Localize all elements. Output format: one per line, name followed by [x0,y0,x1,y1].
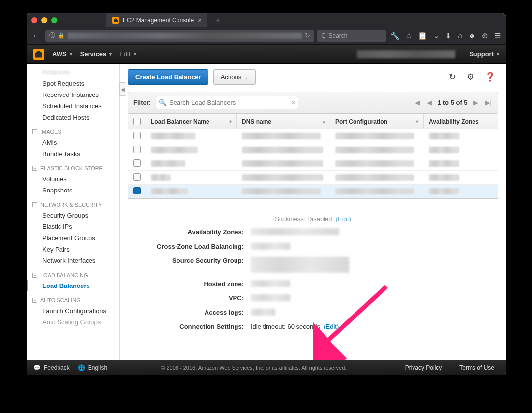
table-row[interactable] [128,143,498,157]
support-menu[interactable]: Support▾ [469,50,499,58]
collapse-icon[interactable]: − [32,273,37,278]
wrench-icon[interactable]: 🔧 [389,32,401,40]
aws-header: AWS▾ Services▾ Edit▾ Support▾ [27,45,506,64]
pager-text: 1 to 5 of 5 [438,99,468,106]
actions-button[interactable]: Actions⌄ [213,69,256,85]
edit-menu[interactable]: Edit▾ [119,50,136,58]
privacy-link[interactable]: Privacy Policy [400,364,447,371]
collapse-icon[interactable]: − [32,298,37,303]
filter-input[interactable] [156,96,298,109]
sidebar-item-scheduled-instances[interactable]: Scheduled Instances [27,100,119,112]
sidebar-head-netsec[interactable]: −NETWORK & SECURITY [27,196,119,210]
sidebar-item-load-balancers[interactable]: Load Balancers [27,280,119,291]
pager-last-icon[interactable]: ▶| [484,99,493,106]
sidebar-item-elastic-ips[interactable]: Elastic IPs [27,221,119,232]
sidebar-item-key-pairs[interactable]: Key Pairs [27,244,119,255]
select-all-header[interactable] [128,114,146,129]
col-header-dns[interactable]: DNS name▴ [237,114,330,129]
sidebar-item-dedicated-hosts[interactable]: Dedicated Hosts [27,112,119,123]
help-icon[interactable]: ❓ [482,72,498,82]
sort-icon: ▾ [229,119,232,124]
conn-value: Idle timeout: 60 seconds [251,323,320,330]
detail-label-ssg: Source Security Group: [138,257,251,264]
globe-icon: 🌐 [78,364,85,371]
url-field[interactable]: ⓘ 🔒 ↻ [45,30,314,42]
reload-icon[interactable]: ↻ [305,32,310,39]
sidebar-item-reserved-instances[interactable]: Reserved Instances [27,89,119,100]
new-tab-button[interactable]: + [215,15,221,26]
terms-link[interactable]: Terms of Use [454,364,499,371]
stickiness-edit-link[interactable]: (Edit) [336,215,351,222]
conn-edit-link[interactable]: (Edit) [324,323,339,330]
feedback-button[interactable]: 💬Feedback [33,364,70,371]
sort-icon: ▴ [323,119,325,124]
sort-icon: ▾ [416,119,418,124]
gear-icon[interactable]: ⚙ [464,72,477,82]
table-row[interactable] [128,171,498,185]
row-checkbox[interactable] [133,173,141,181]
browser-search-field[interactable]: Q Search [317,30,386,42]
sidebar-item-security-groups[interactable]: Security Groups [27,210,119,221]
sidebar-head-lb[interactable]: −LOAD BALANCING [27,266,119,280]
sidebar-item-spot-requests[interactable]: Spot Requests [27,78,119,89]
col-header-name[interactable]: Load Balancer Name▾ [146,114,237,129]
create-load-balancer-button[interactable]: Create Load Balancer [128,69,208,85]
sidebar: Instances Spot Requests Reserved Instanc… [27,64,120,360]
table-row[interactable] [128,157,498,171]
sidebar-head-ebs[interactable]: −ELASTIC BLOCK STORE [27,159,119,173]
face-icon[interactable]: ☻ [467,32,477,40]
collapse-icon[interactable]: − [32,129,37,134]
table-row-selected[interactable] [128,185,498,198]
table-row[interactable] [128,129,498,143]
sidebar-item-instances[interactable]: Instances [27,66,119,78]
home-icon[interactable]: ⌂ [456,32,464,40]
sidebar-item-network-interfaces[interactable]: Network Interfaces [27,255,119,266]
sidebar-item-amis[interactable]: AMIs [27,137,119,148]
clear-icon[interactable]: × [291,98,296,107]
tab-close-icon[interactable]: × [198,16,202,24]
aws-menu[interactable]: AWS▾ [52,50,72,58]
language-button[interactable]: 🌐English [78,364,107,371]
back-button[interactable]: ← [30,31,42,41]
pager-prev-icon[interactable]: ◀ [426,99,433,106]
services-menu[interactable]: Services▾ [80,50,112,58]
close-window-icon[interactable] [31,17,37,23]
sidebar-item-launch-configs[interactable]: Launch Configurations [27,305,119,317]
sidebar-collapse-handle[interactable]: ◀ [119,82,126,96]
pager-first-icon[interactable]: |◀ [413,99,421,106]
aws-logo-icon[interactable] [33,49,44,60]
refresh-icon[interactable]: ↻ [446,72,459,82]
sidebar-item-placement-groups[interactable]: Placement Groups [27,232,119,244]
sidebar-head-images[interactable]: −IMAGES [27,123,119,137]
row-checkbox[interactable] [133,159,141,167]
col-header-az[interactable]: Availability Zones [424,114,498,129]
sidebar-head-as[interactable]: −AUTO SCALING [27,291,119,305]
footer: 💬Feedback 🌐English © 2008 - 2016, Amazon… [27,360,506,375]
sidebar-item-snapshots[interactable]: Snapshots [27,185,119,196]
minimize-window-icon[interactable] [41,17,47,23]
row-checkbox-checked[interactable] [133,187,141,194]
collapse-icon[interactable]: − [32,166,37,171]
menu-icon[interactable]: ☰ [493,32,502,40]
collapse-icon[interactable]: − [32,202,37,207]
info-icon[interactable]: ⓘ [49,32,55,40]
detail-label-vpc: VPC: [138,294,251,302]
pager-next-icon[interactable]: ▶ [473,99,479,106]
sidebar-item-asg[interactable]: Auto Scaling Groups [27,317,119,328]
account-region-blurred [357,50,455,58]
checkbox[interactable] [133,118,141,125]
chevron-down-icon: ⌄ [244,74,248,80]
pocket-icon[interactable]: ⌄ [432,32,441,40]
globe-icon[interactable]: ⊕ [480,32,490,40]
row-checkbox[interactable] [133,132,141,139]
col-header-port[interactable]: Port Configuration▾ [330,114,424,129]
detail-label-hostedzone: Hosted zone: [138,280,251,287]
clipboard-icon[interactable]: 📋 [416,32,429,40]
sidebar-item-bundle-tasks[interactable]: Bundle Tasks [27,148,119,159]
row-checkbox[interactable] [133,146,141,153]
star-icon[interactable]: ☆ [404,32,414,40]
sidebar-item-volumes[interactable]: Volumes [27,173,119,185]
maximize-window-icon[interactable] [51,17,57,23]
browser-tab[interactable]: EC2 Management Console × [106,13,207,27]
download-icon[interactable]: ⬇ [444,32,453,40]
